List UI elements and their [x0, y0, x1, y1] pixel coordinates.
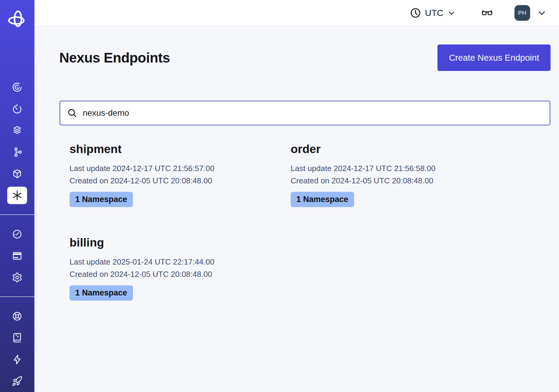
- create-nexus-endpoint-button[interactable]: Create Nexus Endpoint: [437, 44, 551, 71]
- sidebar-item-billing[interactable]: [0, 245, 34, 267]
- sidebar-item-usage[interactable]: [0, 223, 34, 245]
- sidebar-nav-account: [0, 223, 34, 288]
- docs-icon: [12, 332, 23, 343]
- avatar: PH: [514, 5, 530, 21]
- nexus-icon: [11, 190, 23, 201]
- sidebar-item-support[interactable]: [0, 305, 34, 327]
- search-icon: [67, 108, 77, 118]
- schedules-icon: [12, 103, 23, 114]
- sidebar-nav-primary: [0, 76, 34, 206]
- account-menu[interactable]: PH: [514, 5, 547, 21]
- namespaces-icon: [12, 125, 23, 136]
- getting-started-icon: [12, 376, 23, 387]
- sidebar-item-docs[interactable]: [0, 327, 34, 349]
- workflows-icon: [12, 82, 23, 93]
- active-item-highlight: [7, 187, 27, 204]
- endpoint-list: shipment Last update 2024-12-17 UTC 21:5…: [69, 142, 551, 301]
- endpoint-card-order[interactable]: order Last update 2024-12-17 UTC 21:56:5…: [291, 142, 512, 207]
- endpoint-card-shipment[interactable]: shipment Last update 2024-12-17 UTC 21:5…: [69, 142, 291, 207]
- main-content: Nexus Endpoints Create Nexus Endpoint sh…: [35, 26, 559, 392]
- temporal-logo[interactable]: [8, 7, 27, 32]
- endpoint-name[interactable]: billing: [69, 236, 291, 249]
- endpoint-created: Created on 2024-12-05 UTC 20:08:48.00: [291, 175, 512, 187]
- settings-icon: [12, 272, 23, 283]
- chevron-down-icon: [537, 8, 547, 18]
- sidebar-item-quick-actions[interactable]: [0, 349, 34, 370]
- support-icon: [12, 311, 23, 322]
- main-column: UTC PH: [35, 0, 559, 392]
- sidebar-item-namespaces[interactable]: [0, 120, 34, 141]
- namespace-badge: 1 Namespace: [291, 192, 354, 207]
- endpoint-last-update: Last update 2024-12-17 UTC 21:56:58.00: [291, 162, 512, 175]
- glasses-icon: [480, 7, 494, 19]
- billing-icon: [12, 250, 23, 261]
- batch-operations-icon: [12, 168, 23, 179]
- endpoint-created: Created on 2024-12-05 UTC 20:08:48.00: [69, 175, 291, 187]
- search-input[interactable]: [83, 108, 543, 118]
- sidebar-item-settings[interactable]: [0, 267, 34, 288]
- sidebar-divider: [0, 214, 34, 215]
- sidebar-nav-help: [0, 305, 34, 392]
- page-header: Nexus Endpoints Create Nexus Endpoint: [59, 44, 551, 71]
- endpoint-name[interactable]: shipment: [69, 142, 291, 156]
- sidebar-divider: [0, 296, 34, 297]
- labs-mode-button[interactable]: [480, 7, 494, 19]
- chevron-down-icon: [447, 8, 456, 17]
- app-window: UTC PH: [0, 0, 559, 392]
- namespace-badge: 1 Namespace: [69, 192, 133, 207]
- endpoint-card-billing[interactable]: billing Last update 2025-01-24 UTC 22:17…: [69, 236, 291, 301]
- endpoint-created: Created on 2024-12-05 UTC 20:08:48.00: [69, 268, 291, 280]
- sidebar: [0, 0, 35, 392]
- endpoint-search: [59, 100, 551, 126]
- sidebar-item-batch-operations[interactable]: [0, 163, 34, 185]
- endpoint-last-update: Last update 2024-12-17 UTC 21:56:57.00: [69, 162, 291, 175]
- endpoint-last-update: Last update 2025-01-24 UTC 22:17:44.00: [69, 256, 291, 268]
- sidebar-item-workflows[interactable]: [0, 76, 34, 98]
- clock-icon: [410, 7, 421, 19]
- timezone-picker[interactable]: UTC: [410, 7, 456, 19]
- sidebar-item-schedules[interactable]: [0, 98, 34, 120]
- endpoint-name[interactable]: order: [291, 142, 512, 156]
- sidebar-item-getting-started[interactable]: [0, 370, 34, 392]
- namespace-badge: 1 Namespace: [69, 285, 133, 301]
- quick-actions-icon: [12, 354, 23, 365]
- deployments-icon: [12, 147, 23, 158]
- topbar: UTC PH: [35, 0, 559, 26]
- timezone-label: UTC: [425, 8, 443, 18]
- page-title: Nexus Endpoints: [59, 50, 170, 66]
- sidebar-item-deployments[interactable]: [0, 141, 34, 163]
- usage-icon: [12, 229, 23, 240]
- sidebar-item-nexus[interactable]: [0, 185, 34, 206]
